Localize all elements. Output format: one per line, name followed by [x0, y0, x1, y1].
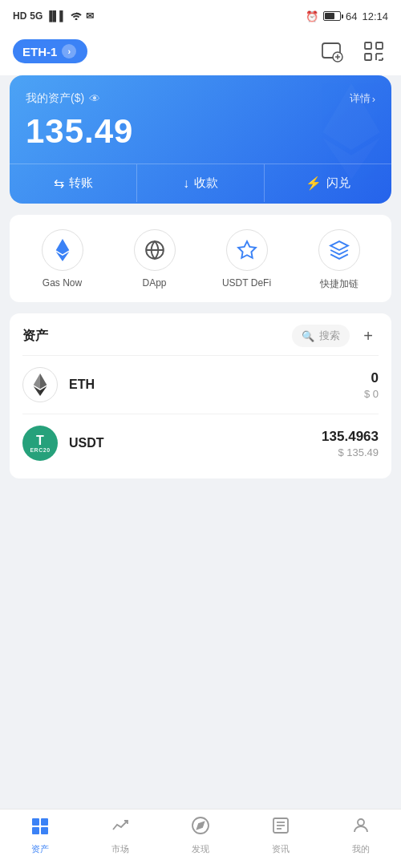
- header-actions: [318, 37, 388, 66]
- status-right: ⏰ 64 12:14: [306, 10, 388, 22]
- wifi-icon: [70, 10, 83, 22]
- status-bar: HD 5G ▐▌▌ ✉ ⏰ 64 12:14: [0, 0, 401, 29]
- nav-market-icon: [111, 816, 130, 840]
- receive-icon: ↓: [183, 176, 189, 191]
- svg-rect-6: [365, 54, 371, 60]
- gas-now-label: Gas Now: [43, 277, 82, 289]
- assets-search-wrap: 🔍 搜索 +: [292, 325, 379, 347]
- signal-bars: ▐▌▌: [46, 10, 67, 22]
- usdt-asset-row[interactable]: T ERC20 USDT 135.4963 $ 135.49: [10, 414, 391, 472]
- eth-amount-col: 0 $ 0: [364, 370, 379, 400]
- dapp-icon-wrap: [134, 229, 176, 271]
- usdt-name-col: USDT: [69, 436, 310, 450]
- search-placeholder: 搜索: [319, 329, 340, 343]
- eth-name-col: ETH: [69, 377, 353, 392]
- nav-market-label: 市场: [111, 843, 129, 855]
- time-display: 12:14: [362, 10, 388, 22]
- asset-label: 我的资产($) 👁: [26, 91, 100, 106]
- quick-item-evm-chain[interactable]: 快捷加链: [311, 229, 367, 291]
- add-wallet-button[interactable]: [318, 37, 346, 66]
- battery-level: 64: [346, 10, 357, 22]
- evm-chain-label: 快捷加链: [320, 277, 358, 291]
- dapp-label: DApp: [142, 277, 166, 289]
- quick-item-gas-now[interactable]: Gas Now: [34, 229, 91, 291]
- svg-rect-16: [32, 827, 39, 834]
- eth-bg-logo: [303, 83, 391, 192]
- nav-item-profile[interactable]: 我的: [337, 816, 385, 855]
- search-box[interactable]: 🔍 搜索: [292, 325, 350, 347]
- nav-news-label: 资讯: [272, 843, 290, 855]
- eth-balance: 0: [364, 370, 379, 386]
- asset-card: 我的资产($) 👁 详情 › 135.49 ⇆ 转账 ↓ 收款 ⚡ 闪兑: [10, 75, 391, 204]
- svg-rect-15: [41, 818, 48, 826]
- wallet-dropdown-arrow: ›: [62, 44, 76, 59]
- quick-item-dapp[interactable]: DApp: [127, 229, 183, 291]
- usdt-defi-label: USDT DeFi: [222, 277, 271, 289]
- eye-icon[interactable]: 👁: [89, 92, 100, 105]
- quick-menu: Gas Now DApp USDT DeFi 快捷加: [10, 215, 391, 302]
- hd-indicator: HD: [13, 10, 26, 22]
- assets-header: 资产 🔍 搜索 +: [10, 313, 391, 355]
- usdt-amount-col: 135.4963 $ 135.49: [322, 429, 379, 458]
- nav-news-icon: [271, 816, 290, 840]
- nav-item-market[interactable]: 市场: [96, 816, 144, 855]
- svg-rect-14: [32, 818, 39, 826]
- receive-button[interactable]: ↓ 收款: [137, 164, 265, 202]
- eth-coin-name: ETH: [69, 377, 353, 392]
- header: ETH-1 ›: [0, 29, 401, 75]
- quick-item-usdt-defi[interactable]: USDT DeFi: [219, 229, 275, 291]
- svg-rect-4: [365, 42, 371, 49]
- usdt-badge: T ERC20: [30, 434, 50, 453]
- nav-assets-icon: [30, 816, 50, 840]
- transfer-icon: ⇆: [54, 176, 64, 191]
- nav-item-assets[interactable]: 资产: [16, 816, 64, 855]
- transfer-button[interactable]: ⇆ 转账: [10, 164, 137, 202]
- transfer-label: 转账: [69, 176, 93, 191]
- eth-coin-icon: [22, 367, 58, 402]
- wallet-selector[interactable]: ETH-1 ›: [13, 39, 87, 63]
- detail-link[interactable]: 详情 ›: [350, 91, 375, 106]
- nav-profile-label: 我的: [352, 843, 370, 855]
- nav-item-news[interactable]: 资讯: [257, 816, 305, 855]
- wechat-icon: ✉: [86, 10, 94, 22]
- bottom-nav: 资产 市场 发现 资讯: [0, 809, 401, 868]
- battery-icon: [323, 11, 341, 21]
- wallet-name: ETH-1: [22, 45, 57, 59]
- nav-item-discover[interactable]: 发现: [176, 816, 225, 855]
- search-icon: 🔍: [302, 330, 314, 342]
- svg-rect-17: [41, 827, 48, 834]
- svg-point-24: [358, 819, 364, 826]
- scan-button[interactable]: [359, 37, 388, 66]
- network-strength: 5G: [30, 10, 43, 22]
- usdt-coin-icon: T ERC20: [22, 426, 58, 461]
- usdt-coin-name: USDT: [69, 436, 310, 450]
- usdt-balance: 135.4963: [322, 429, 379, 445]
- evm-chain-icon-wrap: [318, 229, 360, 271]
- nav-profile-icon: [351, 816, 371, 840]
- receive-label: 收款: [194, 176, 218, 191]
- nav-discover-label: 发现: [192, 843, 209, 855]
- svg-marker-19: [197, 822, 204, 829]
- svg-rect-5: [376, 42, 383, 49]
- usdt-usd: $ 135.49: [322, 446, 379, 458]
- nav-assets-label: 资产: [31, 843, 49, 855]
- svg-marker-13: [238, 241, 256, 258]
- nav-discover-icon: [191, 816, 210, 840]
- gas-now-icon-wrap: [42, 229, 83, 271]
- network-info: HD 5G ▐▌▌ ✉: [13, 10, 94, 22]
- add-asset-button[interactable]: +: [358, 325, 379, 346]
- eth-usd: $ 0: [364, 388, 379, 400]
- usdt-defi-icon-wrap: [226, 229, 268, 271]
- assets-section: 资产 🔍 搜索 + ETH 0 $ 0: [10, 313, 391, 478]
- assets-title: 资产: [22, 328, 48, 345]
- eth-asset-row[interactable]: ETH 0 $ 0: [10, 356, 391, 414]
- alarm-icon: ⏰: [306, 10, 318, 22]
